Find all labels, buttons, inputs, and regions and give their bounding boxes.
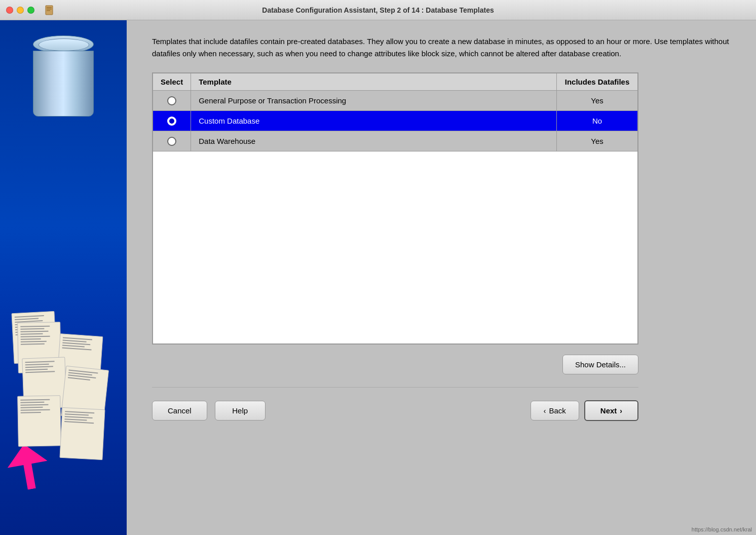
app-icon xyxy=(44,5,55,16)
radio-cell-warehouse[interactable] xyxy=(153,131,191,151)
table-row[interactable]: Custom Database No xyxy=(153,111,638,131)
back-button-label: Back xyxy=(549,406,565,415)
radio-button-warehouse[interactable] xyxy=(167,137,176,146)
template-table-wrapper: Select Template Includes Datafiles Gener… xyxy=(152,72,638,345)
cylinder-body xyxy=(33,51,94,117)
main-content: Templates that include datafiles contain… xyxy=(0,20,756,535)
cancel-button[interactable]: Cancel xyxy=(152,401,207,421)
col-header-template: Template xyxy=(191,73,557,91)
right-panel: Templates that include datafiles contain… xyxy=(127,20,756,535)
close-button[interactable] xyxy=(6,7,13,14)
arrow-icon xyxy=(4,441,52,493)
back-chevron-icon: ‹ xyxy=(544,407,546,415)
show-details-button[interactable]: Show Details... xyxy=(562,355,638,374)
db-cylinder-illustration xyxy=(30,35,96,117)
table-row[interactable]: Data Warehouse Yes xyxy=(153,131,638,151)
template-name-general[interactable]: General Purpose or Transaction Processin… xyxy=(191,91,557,111)
includes-datafiles-custom: No xyxy=(557,111,638,131)
url-watermark: https://blog.csdn.net/kral xyxy=(692,526,752,532)
radio-button-custom[interactable] xyxy=(167,117,176,126)
traffic-lights xyxy=(6,7,34,14)
includes-datafiles-general: Yes xyxy=(557,91,638,111)
left-panel xyxy=(0,20,127,535)
col-header-select: Select xyxy=(153,73,191,91)
help-button[interactable]: Help xyxy=(215,401,266,421)
left-nav-buttons: Cancel Help xyxy=(152,401,266,421)
minimize-button[interactable] xyxy=(17,7,24,14)
includes-datafiles-warehouse: Yes xyxy=(557,131,638,151)
table-row[interactable]: General Purpose or Transaction Processin… xyxy=(153,91,638,111)
bottom-area: Show Details... Cancel Help ‹ Back Next xyxy=(152,355,638,421)
svg-rect-3 xyxy=(47,10,50,11)
svg-rect-2 xyxy=(47,9,52,10)
next-button-label: Next xyxy=(600,406,617,415)
template-name-warehouse[interactable]: Data Warehouse xyxy=(191,131,557,151)
title-bar: Database Configuration Assistant, Step 2… xyxy=(0,0,756,20)
empty-table-space xyxy=(153,151,638,344)
description-text: Templates that include datafiles contain… xyxy=(152,35,736,60)
back-button[interactable]: ‹ Back xyxy=(531,401,579,421)
next-button[interactable]: Next › xyxy=(584,400,638,421)
svg-rect-1 xyxy=(47,7,52,8)
next-chevron-icon: › xyxy=(620,407,622,415)
show-details-row: Show Details... xyxy=(152,355,638,374)
radio-cell-custom[interactable] xyxy=(153,111,191,131)
right-nav-buttons: ‹ Back Next › xyxy=(531,400,638,421)
window-title: Database Configuration Assistant, Step 2… xyxy=(262,6,494,14)
cylinder-top-inner xyxy=(39,39,89,51)
col-header-includes: Includes Datafiles xyxy=(557,73,638,91)
nav-row: Cancel Help ‹ Back Next › xyxy=(152,400,638,421)
divider xyxy=(152,387,638,388)
template-name-custom[interactable]: Custom Database xyxy=(191,111,557,131)
maximize-button[interactable] xyxy=(27,7,34,14)
radio-cell-general[interactable] xyxy=(153,91,191,111)
template-table: Select Template Includes Datafiles Gener… xyxy=(153,73,638,344)
radio-button-general[interactable] xyxy=(167,96,176,105)
